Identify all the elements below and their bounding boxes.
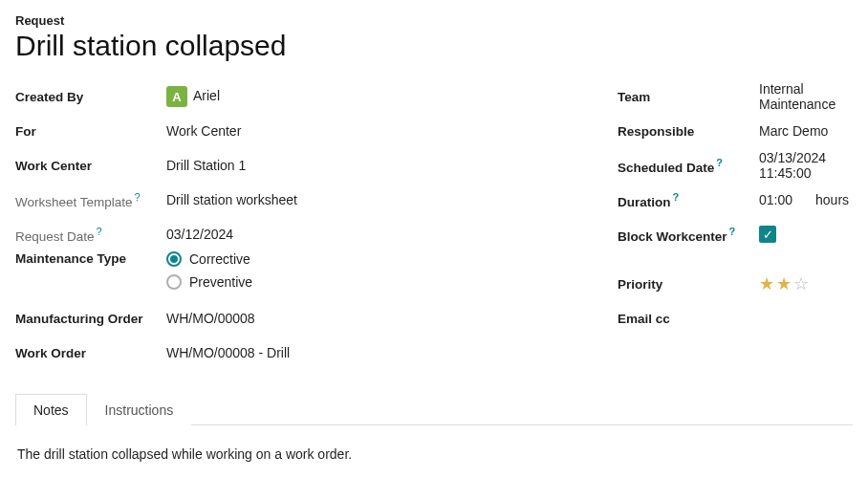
work-center-row: Work Center Drill Station 1 [15,148,579,183]
duration-label-text: Duration [618,194,671,208]
created-by-value[interactable]: AAriel [166,86,579,107]
block-workcenter-label: Block Workcenter? [618,226,759,244]
radio-preventive[interactable]: Preventive [166,274,579,290]
radio-unchecked-icon [166,274,182,290]
maintenance-type-value: Corrective Preventive [166,251,579,290]
scheduled-date-value[interactable]: 03/13/2024 11:45:00 [759,150,853,181]
request-date-label: Request Date? [15,226,166,244]
radio-checked-icon [166,251,182,267]
created-by-name: Ariel [193,88,220,103]
for-label: For [15,124,166,139]
priority-row: Priority ★ ★ ☆ [618,267,853,301]
created-by-label: Created By [15,90,166,104]
scheduled-date-label-text: Scheduled Date [618,160,714,174]
responsible-value[interactable]: Marc Demo [759,123,853,139]
request-label: Request [15,13,853,28]
responsible-label: Responsible [618,124,759,139]
manufacturing-order-label: Manufacturing Order [15,312,166,326]
radio-corrective[interactable]: Corrective [166,251,579,267]
team-row: Team Internal Maintenance [618,79,853,114]
notes-content[interactable]: The drill station collapsed while workin… [15,425,853,466]
work-center-label: Work Center [15,159,166,173]
radio-corrective-label: Corrective [189,251,250,267]
avatar: A [166,86,187,107]
maintenance-type-label: Maintenance Type [15,251,166,266]
request-date-label-text: Request Date [15,228,95,243]
worksheet-template-value[interactable]: Drill station worksheet [166,192,579,207]
priority-stars: ★ ★ ☆ [759,273,853,294]
radio-preventive-label: Preventive [189,274,252,290]
maintenance-type-radio-group: Corrective Preventive [166,251,579,290]
email-cc-row: Email cc [618,301,853,336]
star-icon[interactable]: ★ [759,273,774,294]
duration-unit: hours [815,192,849,207]
form-body: Created By AAriel For Work Center Work C… [15,79,853,370]
work-order-value[interactable]: WH/MO/00008 - Drill [166,345,579,360]
block-workcenter-label-text: Block Workcenter [618,228,727,243]
duration-label: Duration? [618,191,759,209]
tab-notes[interactable]: Notes [15,394,87,425]
block-workcenter-row: Block Workcenter? ✓ [618,217,853,251]
request-date-value[interactable]: 03/12/2024 [166,227,579,242]
star-empty-icon[interactable]: ☆ [793,273,809,294]
help-icon[interactable]: ? [97,226,102,237]
worksheet-template-label: Worksheet Template? [15,191,166,209]
block-workcenter-value: ✓ [759,226,853,243]
page-title: Drill station collapsed [15,30,853,62]
help-icon[interactable]: ? [729,226,736,237]
tab-instructions[interactable]: Instructions [87,394,192,425]
work-order-row: Work Order WH/MO/00008 - Drill [15,336,579,370]
manufacturing-order-row: Manufacturing Order WH/MO/00008 [15,301,579,336]
manufacturing-order-value[interactable]: WH/MO/00008 [166,311,579,326]
help-icon[interactable]: ? [716,157,723,168]
help-icon[interactable]: ? [135,191,141,203]
duration-value[interactable]: 01:00 [759,192,792,207]
scheduled-date-row: Scheduled Date? 03/13/2024 11:45:00 [618,148,853,183]
scheduled-date-label: Scheduled Date? [618,157,759,175]
duration-row: Duration? 01:00 hours [618,183,853,217]
priority-label: Priority [618,277,759,292]
checkbox-checked-icon[interactable]: ✓ [759,226,776,243]
help-icon[interactable]: ? [673,191,680,203]
work-order-label: Work Order [15,346,166,360]
team-value[interactable]: Internal Maintenance [759,81,853,112]
work-center-value[interactable]: Drill Station 1 [166,158,579,173]
priority-value: ★ ★ ☆ [759,273,853,294]
star-icon[interactable]: ★ [776,273,792,294]
email-cc-label: Email cc [618,312,759,326]
worksheet-template-row: Worksheet Template? Drill station worksh… [15,183,579,217]
duration-value-wrap: 01:00 hours [759,192,853,207]
right-column: Team Internal Maintenance Responsible Ma… [618,79,853,370]
left-column: Created By AAriel For Work Center Work C… [15,79,579,370]
maintenance-type-row: Maintenance Type Corrective Preventive [15,251,579,290]
created-by-row: Created By AAriel [15,79,579,114]
responsible-row: Responsible Marc Demo [618,114,853,148]
worksheet-template-label-text: Worksheet Template [15,194,133,208]
for-value[interactable]: Work Center [166,123,579,139]
request-date-row: Request Date? 03/12/2024 [15,217,579,251]
team-label: Team [618,90,759,104]
for-row: For Work Center [15,114,579,148]
tabs: Notes Instructions [15,393,853,425]
